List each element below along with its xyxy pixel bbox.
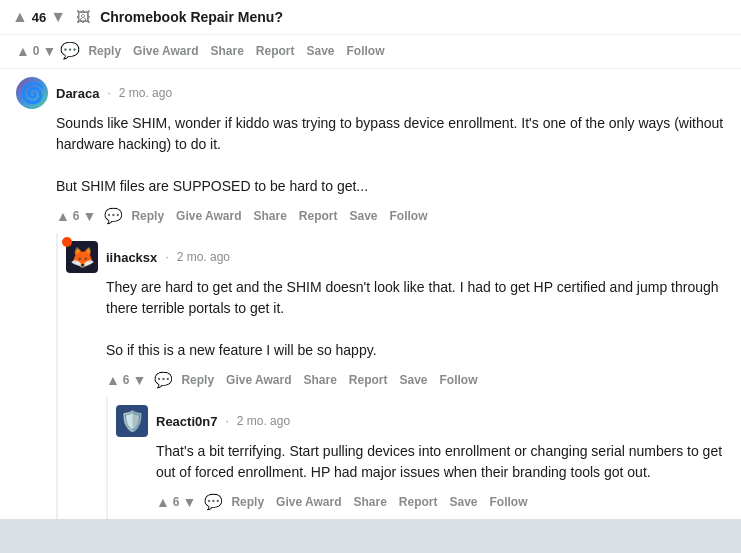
vote-count: 46 [32, 10, 46, 25]
save-reacti0n7-button[interactable]: Save [446, 493, 482, 511]
sep-iihacksx: · [165, 250, 168, 264]
upvote-button[interactable]: ▲ [12, 8, 28, 26]
username-reacti0n7: Reacti0n7 [156, 414, 217, 429]
comment-icon-iihacksx: 💬 [154, 371, 173, 389]
avatar-wrapper-iihacksx: 🦊 [66, 241, 98, 273]
reply-daraca-button[interactable]: Reply [127, 207, 168, 225]
comment-body-daraca: Sounds like SHIM, wonder if kiddo was tr… [56, 113, 725, 197]
partial-share-button[interactable]: Share [206, 42, 247, 60]
report-reacti0n7-button[interactable]: Report [395, 493, 442, 511]
partial-vote: ▲ 0 ▼ [16, 44, 56, 58]
share-daraca-button[interactable]: Share [249, 207, 290, 225]
downvote-daraca[interactable]: ▼ [83, 209, 97, 223]
post-title: Chromebook Repair Menu? [100, 9, 283, 25]
comment-reacti0n7: 🛡️ Reacti0n7 · 2 mo. ago That's a bit te… [108, 397, 741, 519]
partial-follow-button[interactable]: Follow [343, 42, 389, 60]
partial-comment-bar: ▲ 0 ▼ 💬 Reply Give Award Share Report Sa… [0, 35, 741, 69]
partial-reply-button[interactable]: Reply [84, 42, 125, 60]
give-award-daraca-button[interactable]: Give Award [172, 207, 245, 225]
share-iihacksx-button[interactable]: Share [299, 371, 340, 389]
partial-save-button[interactable]: Save [303, 42, 339, 60]
username-iihacksx: iihacksx [106, 250, 157, 265]
upvote-reacti0n7[interactable]: ▲ [156, 495, 170, 509]
follow-iihacksx-button[interactable]: Follow [436, 371, 482, 389]
comment-footer-iihacksx: ▲ 6 ▼ 💬 Reply Give Award Share Report Sa… [106, 367, 725, 397]
time-reacti0n7: 2 mo. ago [237, 414, 290, 428]
partial-give-award-button[interactable]: Give Award [129, 42, 202, 60]
save-daraca-button[interactable]: Save [346, 207, 382, 225]
save-iihacksx-button[interactable]: Save [396, 371, 432, 389]
time-daraca: 2 mo. ago [119, 86, 172, 100]
post-icon: 🖼 [76, 9, 90, 25]
comment-iihacksx: 🦊 iihacksx · 2 mo. ago They are hard to … [58, 233, 741, 519]
vote-iihacksx: ▲ 6 ▼ [106, 373, 146, 387]
comment-icon: 💬 [60, 41, 80, 60]
reply-indent-daraca: 🦊 iihacksx · 2 mo. ago They are hard to … [56, 233, 741, 519]
time-iihacksx: 2 mo. ago [177, 250, 230, 264]
partial-vote-count: 0 [33, 44, 40, 58]
downvote-button[interactable]: ▼ [50, 8, 66, 26]
reply-reacti0n7-button[interactable]: Reply [227, 493, 268, 511]
vote-reacti0n7: ▲ 6 ▼ [156, 495, 196, 509]
avatar-reacti0n7: 🛡️ [116, 405, 148, 437]
share-reacti0n7-button[interactable]: Share [349, 493, 390, 511]
partial-downvote[interactable]: ▼ [43, 44, 57, 58]
sep-reacti0n7: · [225, 414, 228, 428]
comment-icon-reacti0n7: 💬 [204, 493, 223, 511]
downvote-iihacksx[interactable]: ▼ [133, 373, 147, 387]
timestamp-daraca: · [107, 86, 110, 100]
report-daraca-button[interactable]: Report [295, 207, 342, 225]
avatar-iihacksx: 🦊 [66, 241, 98, 273]
reply-indent-iihacksx: 🛡️ Reacti0n7 · 2 mo. ago That's a bit te… [106, 397, 741, 519]
downvote-reacti0n7[interactable]: ▼ [183, 495, 197, 509]
vote-count-reacti0n7: 6 [173, 495, 180, 509]
vote-controls: ▲ 46 ▼ [12, 8, 66, 26]
avatar-daraca: 🌀 [16, 77, 48, 109]
follow-daraca-button[interactable]: Follow [386, 207, 432, 225]
comment-header-daraca: 🌀 Daraca · 2 mo. ago [16, 77, 725, 109]
comment-header-reacti0n7: 🛡️ Reacti0n7 · 2 mo. ago [116, 405, 725, 437]
comment-footer-reacti0n7: ▲ 6 ▼ 💬 Reply Give Award Share Report Sa… [156, 489, 725, 519]
upvote-daraca[interactable]: ▲ [56, 209, 70, 223]
vote-count-iihacksx: 6 [123, 373, 130, 387]
comment-icon-daraca: 💬 [104, 207, 123, 225]
upvote-iihacksx[interactable]: ▲ [106, 373, 120, 387]
give-award-iihacksx-button[interactable]: Give Award [222, 371, 295, 389]
top-bar: ▲ 46 ▼ 🖼 Chromebook Repair Menu? [0, 0, 741, 35]
comment-header-iihacksx: 🦊 iihacksx · 2 mo. ago [66, 241, 725, 273]
comment-footer-daraca: ▲ 6 ▼ 💬 Reply Give Award Share Report Sa… [56, 203, 725, 233]
vote-daraca: ▲ 6 ▼ [56, 209, 96, 223]
comment-body-iihacksx: They are hard to get and the SHIM doesn'… [106, 277, 725, 361]
iihacksx-badge [62, 237, 72, 247]
partial-upvote[interactable]: ▲ [16, 44, 30, 58]
partial-report-button[interactable]: Report [252, 42, 299, 60]
reply-iihacksx-button[interactable]: Reply [177, 371, 218, 389]
vote-count-daraca: 6 [73, 209, 80, 223]
follow-reacti0n7-button[interactable]: Follow [486, 493, 532, 511]
comment-body-reacti0n7: That's a bit terrifying. Start pulling d… [156, 441, 725, 483]
username-daraca: Daraca [56, 86, 99, 101]
give-award-reacti0n7-button[interactable]: Give Award [272, 493, 345, 511]
comment-daraca: 🌀 Daraca · 2 mo. ago Sounds like SHIM, w… [0, 69, 741, 519]
thread-area: ▲ 0 ▼ 💬 Reply Give Award Share Report Sa… [0, 35, 741, 519]
report-iihacksx-button[interactable]: Report [345, 371, 392, 389]
